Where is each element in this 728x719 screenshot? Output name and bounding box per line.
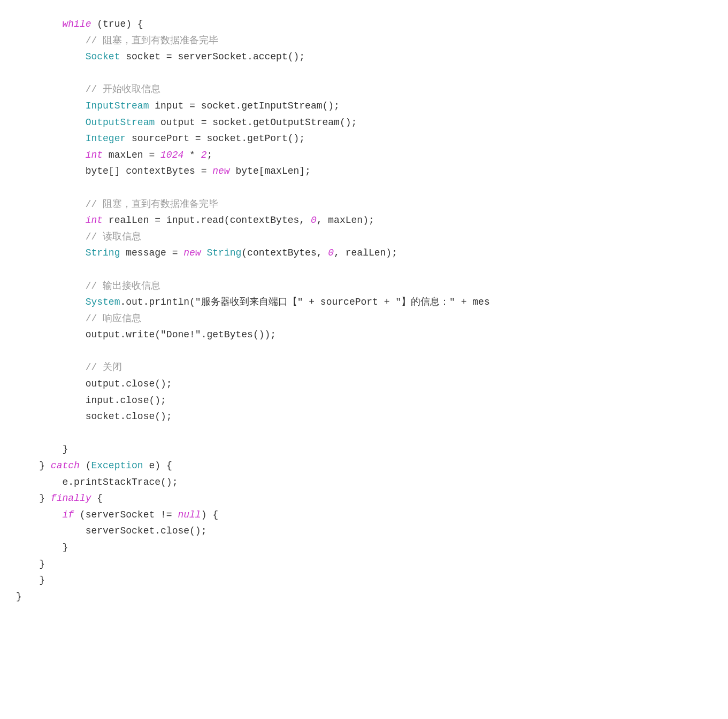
line-output-close: output.close(); [16, 376, 712, 392]
line-print-stack: e.printStackTrace(); [16, 474, 712, 491]
line-integer: Integer sourcePort = socket.getPort(); [16, 130, 712, 147]
line-inputstream: InputStream input = socket.getInputStrea… [16, 98, 712, 114]
line-socket-close: socket.close(); [16, 408, 712, 425]
line-blank4 [16, 343, 712, 360]
keyword-finally: finally [51, 493, 91, 504]
line-blank1 [16, 65, 712, 82]
line-blank3 [16, 261, 712, 278]
line-close-finally: } [16, 556, 712, 573]
line-finally: } finally { [16, 490, 712, 507]
line-system-println: System.out.println("服务器收到来自端口【" + source… [16, 294, 712, 311]
line-comment5: // 输出接收信息 [16, 278, 712, 295]
keyword-catch: catch [51, 460, 80, 471]
line-comment6: // 响应信息 [16, 311, 712, 327]
line-blank5 [16, 425, 712, 442]
line-comment2: // 开始收取信息 [16, 81, 712, 98]
line-output-write: output.write("Done!".getBytes()); [16, 327, 712, 343]
line-comment3: // 阻塞，直到有数据准备完毕 [16, 196, 712, 213]
line-int-realLen: int realLen = input.read(contextBytes, 0… [16, 212, 712, 229]
line-socket-accept: Socket socket = serverSocket.accept(); [16, 49, 712, 65]
code-container: while (true) { // 阻塞，直到有数据准备完毕 Socket so… [0, 11, 728, 719]
keyword-int1: int [86, 150, 103, 160]
line-comment7: // 关闭 [16, 359, 712, 376]
line-close-while: } [16, 441, 712, 458]
line-comment4: // 读取信息 [16, 229, 712, 245]
keyword-if: if [62, 509, 74, 520]
line-outputstream: OutputStream output = socket.getOutputSt… [16, 114, 712, 131]
line-while: while (true) { [16, 16, 712, 33]
line-blank2 [16, 180, 712, 196]
line-int-maxlen: int maxLen = 1024 * 2; [16, 147, 712, 164]
line-comment1: // 阻塞，直到有数据准备完毕 [16, 33, 712, 49]
keyword-int2: int [86, 215, 103, 226]
line-string-msg: String message = new String(contextBytes… [16, 245, 712, 261]
line-input-close: input.close(); [16, 392, 712, 409]
line-catch: } catch (Exception e) { [16, 458, 712, 474]
line-close-if: } [16, 539, 712, 556]
line-byte-arr: byte[] contextBytes = new byte[maxLen]; [16, 163, 712, 180]
line-close-class: } [16, 589, 712, 605]
line-close-method: } [16, 572, 712, 589]
line-server-close: serverSocket.close(); [16, 523, 712, 539]
line-if-server: if (serverSocket != null) { [16, 507, 712, 523]
keyword-while: while [62, 19, 91, 29]
